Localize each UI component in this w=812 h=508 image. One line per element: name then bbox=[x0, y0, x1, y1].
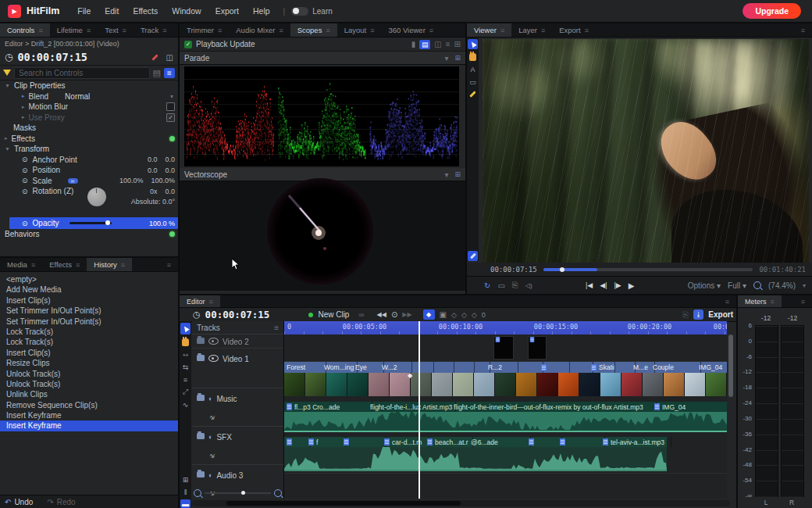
history-item[interactable]: Insert Clip(s) bbox=[0, 348, 178, 358]
redo-button[interactable]: Redo bbox=[57, 498, 76, 506]
lock-track-icon[interactable] bbox=[197, 355, 205, 361]
lock-track-icon[interactable] bbox=[197, 395, 205, 401]
tab-layer[interactable]: Layer≡ bbox=[511, 23, 552, 37]
lock-track-icon[interactable] bbox=[197, 338, 205, 344]
rotate-view-icon[interactable]: ↻ bbox=[484, 281, 490, 290]
history-item[interactable]: Remove Sequence Clip(s) bbox=[0, 400, 178, 410]
play-button[interactable]: ▶ bbox=[629, 281, 635, 290]
clip[interactable]: Forest bbox=[284, 362, 326, 373]
edit-timecode-icon[interactable] bbox=[151, 54, 158, 60]
menu-effects[interactable]: Effects bbox=[126, 6, 165, 16]
keyframe-all-diamond-icon[interactable]: ◇ bbox=[472, 311, 477, 319]
fit-dropdown[interactable]: Full ▾ bbox=[728, 281, 746, 290]
clip[interactable]: beach...at.r bbox=[425, 437, 473, 447]
clip[interactable]: Couple bbox=[650, 362, 701, 373]
history-item[interactable]: Lock Track(s) bbox=[0, 337, 178, 347]
ripple-tool-icon[interactable]: ≡ bbox=[180, 374, 191, 385]
rotation-dial[interactable] bbox=[87, 188, 106, 206]
learn-label[interactable]: Learn bbox=[312, 7, 333, 16]
clip[interactable]: flight-of-the-inner-bird—out-of-flux-rem… bbox=[451, 402, 657, 412]
opacity-value[interactable]: 100.0 % bbox=[149, 220, 175, 227]
keyframe-next-diamond-icon[interactable]: ◇ bbox=[461, 311, 467, 319]
history-item[interactable]: Insert Clip(s) bbox=[0, 295, 178, 306]
track-audio-icon[interactable]: ◐ bbox=[208, 471, 212, 479]
behaviors-enabled-dot[interactable] bbox=[169, 231, 175, 237]
timeline-hscrollbar[interactable] bbox=[192, 500, 730, 506]
select-tool-icon[interactable] bbox=[468, 39, 478, 49]
tab-editor[interactable]: Editor≡ bbox=[180, 295, 220, 307]
timeline-zoom-slider[interactable] bbox=[205, 492, 271, 494]
blend-dropdown[interactable]: Normal▾ bbox=[65, 92, 175, 101]
filter-icon[interactable] bbox=[3, 70, 11, 76]
scale-link-icon[interactable]: ∞ bbox=[68, 178, 78, 184]
viewer-canvas[interactable] bbox=[483, 39, 809, 283]
clip[interactable]: IMG_04 bbox=[696, 362, 727, 373]
history-item[interactable]: Insert Keyframe bbox=[0, 410, 178, 420]
prop-opacity[interactable]: ⊙ Opacity 100.0 % bbox=[9, 217, 178, 229]
meters-panel-menu-icon[interactable]: ≡ bbox=[794, 295, 812, 307]
position-y-value[interactable]: 0.0 bbox=[165, 166, 175, 174]
undo-button[interactable]: Undo bbox=[14, 498, 33, 506]
snap-toggle-icon[interactable]: ⊞ bbox=[180, 474, 191, 485]
rate-stretch-tool-icon[interactable]: ∿ bbox=[180, 399, 191, 410]
track-header-video2[interactable]: Video 2 bbox=[192, 334, 283, 349]
zoom-out-icon[interactable] bbox=[194, 489, 201, 497]
clip[interactable] bbox=[557, 437, 605, 447]
pre-export-icon[interactable]: ⎘ bbox=[682, 310, 689, 320]
clip[interactable]: tel-aviv-a...ist.mp3 bbox=[600, 437, 671, 447]
history-item[interactable]: Unlink Clips bbox=[0, 389, 178, 399]
menu-file[interactable]: File bbox=[70, 6, 98, 16]
options-dropdown[interactable]: Options ▾ bbox=[688, 281, 721, 290]
frame-back-button[interactable]: ◀| bbox=[600, 281, 607, 289]
track-visible-icon[interactable] bbox=[208, 338, 219, 345]
use-proxy-checkbox[interactable]: ✓ bbox=[166, 113, 175, 122]
clip[interactable]: fl...p3 Cro...ade bbox=[284, 402, 372, 412]
history-item[interactable]: Set Trimmer In/Out Point(s) bbox=[0, 306, 178, 316]
layout-single-icon[interactable]: ▮ bbox=[411, 40, 416, 48]
clip[interactable]: flight-of-the-i...lux Artist.mp3 bbox=[368, 402, 456, 412]
lock-track-icon[interactable] bbox=[197, 433, 205, 439]
history-item[interactable]: Insert Keyframe bbox=[0, 420, 178, 431]
track-audio-icon[interactable]: ◐ bbox=[208, 433, 212, 441]
section-clip-properties[interactable]: ▼Clip Properties bbox=[0, 80, 178, 91]
detail-view-icon[interactable]: ≡ bbox=[164, 68, 175, 78]
zoom-level-value[interactable]: (74.4%) bbox=[768, 281, 796, 290]
track-visible-icon[interactable] bbox=[208, 355, 219, 362]
rotation-turns-value[interactable]: 0x bbox=[150, 188, 158, 195]
clip[interactable] bbox=[528, 336, 547, 360]
history-item[interactable]: <empty> bbox=[0, 274, 178, 284]
export-button[interactable]: Export bbox=[708, 310, 733, 319]
tab-media[interactable]: Media≡ bbox=[0, 258, 42, 271]
clip[interactable]: f bbox=[306, 437, 346, 447]
layout-rows-icon[interactable]: ≡ bbox=[446, 40, 451, 48]
menu-edit[interactable]: Edit bbox=[98, 6, 126, 16]
clip-keyframe-icon[interactable]: ◆ bbox=[408, 372, 412, 379]
timeline-panel-menu-icon[interactable]: ≡ bbox=[718, 295, 736, 307]
automation-icon[interactable]: ∿̷ bbox=[209, 452, 215, 460]
marker-toggle-icon[interactable]: ‖ bbox=[180, 487, 191, 497]
parade-popout-icon[interactable]: ⊞ bbox=[454, 54, 461, 62]
clip[interactable]: car-d...t.m bbox=[382, 437, 429, 447]
export-icon[interactable]: ⭳ bbox=[693, 309, 703, 320]
new-clip-button[interactable]: New Clip bbox=[318, 310, 349, 319]
vectorscope-popout-icon[interactable]: ⊞ bbox=[454, 170, 461, 178]
section-effects[interactable]: ▸Effects bbox=[0, 134, 178, 145]
layout-split-icon[interactable]: ◫ bbox=[434, 40, 441, 48]
upgrade-button[interactable]: Upgrade bbox=[743, 3, 801, 19]
timeline-vscrollbar[interactable] bbox=[728, 334, 733, 397]
anchor-y-value[interactable]: 0.0 bbox=[165, 156, 175, 163]
clip[interactable]: IMG_04 bbox=[652, 402, 727, 412]
viewer-panel-menu-icon[interactable]: ≡ bbox=[794, 23, 812, 37]
tab-meters[interactable]: Meters≡ bbox=[738, 295, 782, 307]
opacity-slider[interactable] bbox=[69, 222, 112, 224]
vectorscope-select[interactable]: Vectorscope bbox=[184, 170, 227, 179]
tab-360-viewer[interactable]: 360 Viewer≡ bbox=[381, 23, 440, 37]
tab-lifetime[interactable]: Lifetime≡ bbox=[50, 23, 98, 37]
history-item[interactable]: Resize Clips bbox=[0, 358, 178, 368]
timeline-options-icon[interactable]: ▬ bbox=[180, 499, 191, 508]
tab-effects-list[interactable]: Effects≡ bbox=[42, 258, 87, 271]
section-masks[interactable]: Masks bbox=[0, 123, 178, 134]
screens-icon[interactable]: ▭ bbox=[497, 281, 504, 290]
tab-controls[interactable]: Controls≡ bbox=[0, 23, 50, 37]
zoom-in-icon[interactable] bbox=[274, 489, 282, 497]
